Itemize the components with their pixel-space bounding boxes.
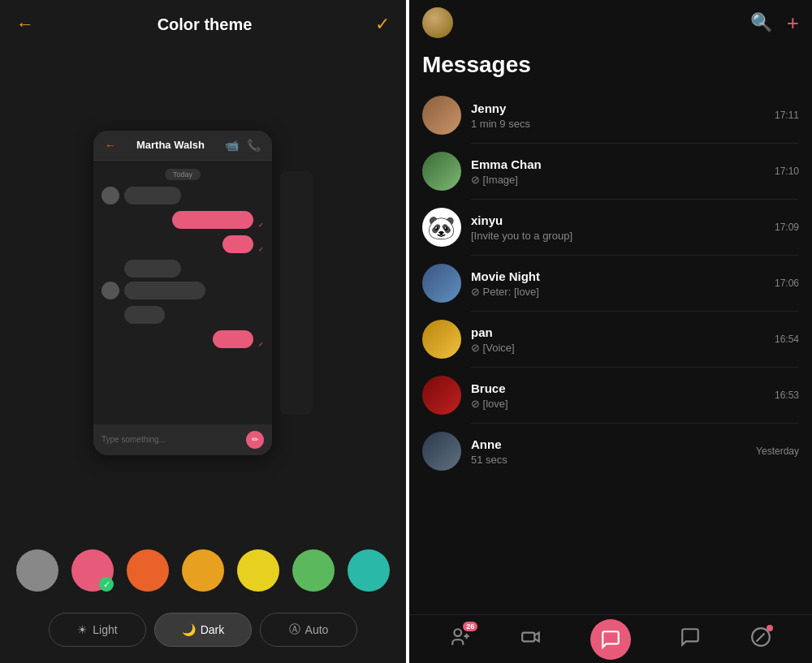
msg-preview-bruce: ⊘ [love] (471, 398, 765, 410)
msg-name-movienight: Movie Night (471, 269, 765, 283)
msg-content-emma: Emma Chan ⊘ [Image] (471, 157, 765, 186)
avatar-bruce (422, 376, 461, 415)
list-item-xinyu[interactable]: 🐼 xinyu [Invite you to a group] 17:09 (409, 200, 812, 255)
discover-badge (767, 625, 773, 631)
phone-bubble-sent-1 (172, 211, 253, 229)
msg-content-bruce: Bruce ⊘ [love] (471, 381, 765, 410)
avatar-anne (422, 432, 461, 471)
msg-preview-anne: 51 secs (471, 454, 746, 466)
msg-preview-emma: ⊘ [Image] (471, 174, 765, 186)
list-item-emma[interactable]: Emma Chan ⊘ [Image] 17:10 (409, 144, 812, 199)
phone-bubble-received-1 (124, 187, 181, 204)
bottom-nav: 26 (409, 614, 812, 663)
nav-chat[interactable] (680, 626, 701, 652)
left-panel: ← Color theme ✓ ← Martha Walsh 📹 📞 Today (0, 0, 406, 663)
swatch-pink[interactable] (71, 549, 114, 592)
video-icon (520, 626, 542, 652)
list-item-movienight[interactable]: Movie Night ⊘ Peter: [love] 17:06 (409, 256, 812, 311)
back-icon[interactable]: ← (16, 14, 34, 35)
swatch-orange[interactable] (127, 549, 169, 592)
phone-msg-avatar-2 (102, 282, 119, 299)
add-icon[interactable]: + (787, 11, 799, 36)
avatar-emma (422, 152, 461, 191)
svg-point-0 (455, 629, 462, 636)
swatch-yellow[interactable] (237, 549, 279, 592)
msg-time-jenny: 17:11 (775, 110, 799, 121)
msg-content-pan: pan ⊘ [Voice] (471, 325, 765, 354)
msg-content-anne: Anne 51 secs (471, 437, 746, 466)
phone-input-placeholder: Type something... (102, 435, 166, 444)
msg-name-emma: Emma Chan (471, 157, 765, 171)
msg-time-movienight: 17:06 (775, 278, 799, 289)
theme-light-button[interactable]: ☀ Light (49, 613, 146, 647)
phone-msg-tick-2: ✓ (258, 246, 264, 253)
theme-auto-button[interactable]: Ⓐ Auto (260, 613, 357, 647)
page-title: Color theme (158, 15, 253, 34)
msg-preview-movienight: ⊘ Peter: [love] (471, 286, 765, 298)
phone-msg-received-1 (102, 187, 264, 204)
nav-contacts[interactable]: 26 (450, 626, 471, 652)
dark-label: Dark (201, 623, 225, 636)
swatch-green[interactable] (292, 549, 335, 592)
msg-name-xinyu: xinyu (471, 213, 765, 227)
msg-preview-pan: ⊘ [Voice] (471, 342, 765, 354)
avatar-pan (422, 320, 461, 359)
msg-time-xinyu: 17:09 (775, 222, 799, 233)
check-icon[interactable]: ✓ (375, 14, 390, 35)
phone-contact-name: Martha Walsh (136, 139, 205, 151)
msg-time-anne: Yesterday (756, 446, 799, 457)
msg-preview-xinyu: [Invite you to a group] (471, 230, 765, 242)
user-avatar[interactable] (422, 7, 453, 38)
auto-icon: Ⓐ (289, 622, 300, 637)
phone-messages: Today ✓ ✓ (93, 161, 272, 424)
phone-bubble-received-3 (124, 306, 165, 324)
theme-buttons: ☀ Light 🌙 Dark Ⓐ Auto (0, 605, 406, 663)
avatar-movienight (422, 264, 461, 303)
messages-center-button[interactable] (590, 619, 631, 660)
msg-content-movienight: Movie Night ⊘ Peter: [love] (471, 269, 765, 298)
avatar-xinyu: 🐼 (422, 208, 461, 247)
msg-time-bruce: 16:53 (775, 390, 799, 401)
msg-time-pan: 16:54 (775, 334, 799, 345)
phone-msg-sent-3: ✓ (102, 330, 264, 348)
theme-dark-button[interactable]: 🌙 Dark (154, 613, 252, 647)
list-item-jenny[interactable]: Jenny 1 min 9 secs 17:11 (409, 88, 812, 143)
phone-back-icon: ← (105, 139, 116, 152)
msg-date: Today (165, 169, 201, 180)
phone-preview-area: ← Martha Walsh 📹 📞 Today ✓ (0, 49, 406, 536)
phone-input-bar[interactable]: Type something... ✏ (93, 424, 272, 455)
avatar-jenny (422, 96, 461, 135)
list-item-pan[interactable]: pan ⊘ [Voice] 16:54 (409, 312, 812, 367)
nav-video[interactable] (520, 626, 542, 652)
nav-discover[interactable] (750, 626, 771, 652)
phone-bubble-received-2a (124, 260, 181, 278)
phone-bubble-sent-3 (213, 330, 253, 348)
msg-name-anne: Anne (471, 437, 746, 451)
phone-msg-tick-3: ✓ (258, 341, 264, 348)
contacts-badge: 26 (463, 622, 477, 631)
svg-rect-1 (522, 632, 534, 641)
nav-messages-center[interactable] (590, 619, 631, 660)
list-item-bruce[interactable]: Bruce ⊘ [love] 16:53 (409, 368, 812, 423)
moon-icon: 🌙 (182, 623, 196, 636)
right-panel: 🔍 + Messages Jenny 1 min 9 secs 17:11 Em… (409, 0, 812, 663)
phone-mock: ← Martha Walsh 📹 📞 Today ✓ (93, 131, 272, 455)
phone-video-icon: 📹 (225, 139, 239, 152)
swatch-teal[interactable] (348, 549, 390, 592)
sun-icon: ☀ (77, 623, 88, 636)
chat-icon (680, 626, 701, 652)
right-header-left (422, 7, 453, 38)
msg-time-emma: 17:10 (775, 166, 799, 177)
search-icon[interactable]: 🔍 (750, 12, 772, 33)
msg-content-jenny: Jenny 1 min 9 secs (471, 101, 765, 130)
phone-msg-sent-2: ✓ (102, 235, 264, 253)
phone-msg-avatar (102, 187, 119, 204)
phone-shadow (280, 171, 313, 415)
phone-send-button[interactable]: ✏ (246, 431, 264, 449)
auto-label: Auto (305, 623, 329, 636)
swatch-amber[interactable] (182, 549, 224, 592)
list-item-anne[interactable]: Anne 51 secs Yesterday (409, 424, 812, 479)
right-header-icons: 🔍 + (750, 11, 799, 36)
left-header: ← Color theme ✓ (0, 0, 406, 49)
swatch-gray[interactable] (16, 549, 58, 592)
